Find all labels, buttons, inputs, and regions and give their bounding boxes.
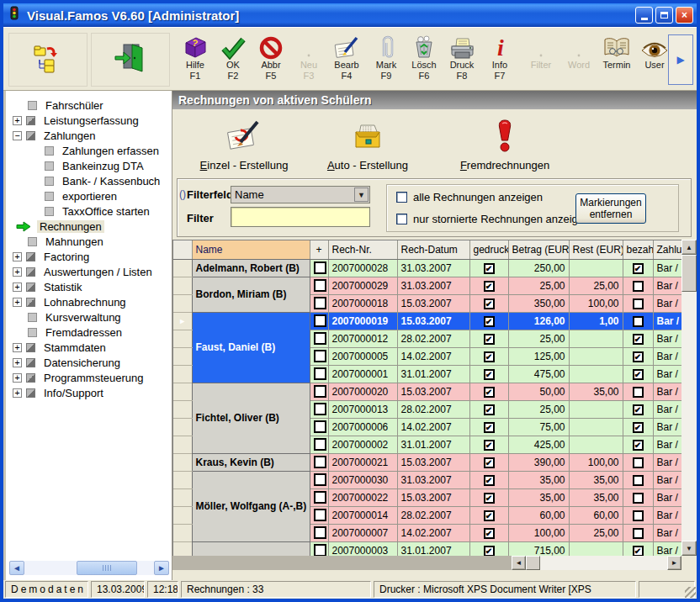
mark-checkbox[interactable] <box>314 385 326 398</box>
rest-cell[interactable] <box>569 400 623 418</box>
markierungen-entfernen-button[interactable]: Markierungen entfernen <box>575 193 646 224</box>
mark-cell[interactable] <box>310 383 328 400</box>
status-checkbox[interactable]: ✔ <box>484 440 495 451</box>
column-header-name[interactable]: Name <box>192 240 310 259</box>
invoice-number-cell[interactable]: 2007000021 <box>328 453 397 471</box>
sidebar-item-lohnabrechnung[interactable]: +Lohnabrechnung <box>6 294 172 309</box>
invoice-date-cell[interactable]: 14.02.2007 <box>397 347 469 365</box>
mark-checkbox[interactable] <box>314 438 326 451</box>
hscroll-thumb[interactable] <box>526 556 540 570</box>
payment-type-cell[interactable]: Bar / <box>653 294 681 312</box>
printed-cell[interactable]: ✔ <box>469 294 508 312</box>
status-checkbox[interactable]: ✔ <box>484 493 495 504</box>
mark-checkbox[interactable] <box>314 509 326 521</box>
status-checkbox[interactable] <box>633 528 644 539</box>
printed-cell[interactable]: ✔ <box>469 418 508 436</box>
printed-cell[interactable]: ✔ <box>469 436 508 453</box>
status-checkbox[interactable]: ✔ <box>484 528 495 539</box>
invoice-date-cell[interactable]: 15.03.2007 <box>397 453 469 471</box>
printed-cell[interactable]: ✔ <box>469 383 508 400</box>
vscroll-thumb[interactable] <box>681 255 697 292</box>
printed-cell[interactable]: ✔ <box>469 400 508 418</box>
mark-cell[interactable] <box>310 312 328 330</box>
amount-cell[interactable]: 425,00 <box>508 436 569 453</box>
mark-checkbox[interactable] <box>314 526 326 539</box>
status-checkbox[interactable] <box>633 493 644 504</box>
invoice-number-cell[interactable]: 2007000002 <box>328 436 397 453</box>
sidebar-item-leistungserfassung[interactable]: +Leistungserfassung <box>6 113 172 128</box>
payment-type-cell[interactable]: Bar / <box>653 277 681 294</box>
printed-cell[interactable]: ✔ <box>469 524 508 541</box>
table-row[interactable]: Bordon, Miriam (B)200700002931.03.2007✔2… <box>173 277 681 294</box>
rest-cell[interactable]: 1,00 <box>569 312 623 330</box>
mark-cell[interactable] <box>310 330 328 347</box>
amount-cell[interactable]: 35,00 <box>508 471 569 488</box>
payment-type-cell[interactable]: Bar / <box>653 436 681 453</box>
rest-cell[interactable]: 35,00 <box>569 383 623 400</box>
invoice-date-cell[interactable]: 15.03.2007 <box>397 294 469 312</box>
mark-checkbox[interactable] <box>314 279 326 292</box>
column-header-zahlung[interactable]: Zahlu <box>653 240 681 259</box>
sidebar-item-statistik[interactable]: +Statistik <box>6 279 172 294</box>
invoice-date-cell[interactable]: 28.02.2007 <box>397 400 469 418</box>
status-checkbox[interactable] <box>633 298 644 309</box>
expand-icon[interactable]: + <box>13 283 22 292</box>
status-checkbox[interactable]: ✔ <box>633 263 644 274</box>
amount-cell[interactable]: 25,00 <box>508 400 569 418</box>
sidebar-item-exportieren[interactable]: exportieren <box>6 188 172 203</box>
status-checkbox[interactable] <box>633 510 644 521</box>
amount-cell[interactable]: 25,00 <box>508 330 569 347</box>
table-vscrollbar[interactable]: ▲ ▼ <box>681 240 697 556</box>
mark-cell[interactable] <box>310 294 328 312</box>
expand-icon[interactable]: + <box>13 116 22 125</box>
invoice-number-cell[interactable]: 2007000029 <box>328 277 397 294</box>
printed-cell[interactable]: ✔ <box>469 347 508 365</box>
invoice-number-cell[interactable]: 2007000005 <box>328 347 397 365</box>
printed-cell[interactable]: ✔ <box>469 541 508 556</box>
paid-cell[interactable] <box>623 524 653 541</box>
student-name-cell[interactable]: Bordon, Miriam (B) <box>192 277 310 312</box>
scroll-right-icon[interactable]: ► <box>667 556 681 570</box>
rest-cell[interactable]: 35,00 <box>569 488 623 506</box>
mark-checkbox[interactable] <box>314 491 326 504</box>
mark-cell[interactable] <box>310 365 328 383</box>
rest-cell[interactable]: 100,00 <box>569 453 623 471</box>
scroll-up-icon[interactable]: ▲ <box>681 240 697 255</box>
invoice-number-cell[interactable]: 2007000007 <box>328 524 397 541</box>
status-checkbox[interactable]: ✔ <box>484 351 495 362</box>
status-checkbox[interactable] <box>633 387 644 398</box>
printed-cell[interactable]: ✔ <box>469 506 508 524</box>
mark-checkbox[interactable] <box>314 403 326 415</box>
chevron-down-icon[interactable]: ▼ <box>354 187 369 202</box>
table-hscrollbar[interactable]: ◄ ► <box>172 556 681 570</box>
invoice-number-cell[interactable]: 2007000003 <box>328 541 397 556</box>
amount-cell[interactable]: 126,00 <box>508 312 569 330</box>
rest-cell[interactable] <box>569 541 623 556</box>
sidebar-item-info-support[interactable]: +Info/Support <box>6 385 172 400</box>
invoice-date-cell[interactable]: 31.03.2007 <box>397 471 469 488</box>
expand-icon[interactable]: + <box>13 267 22 277</box>
mark-checkbox[interactable] <box>314 314 326 327</box>
rest-cell[interactable] <box>569 436 623 453</box>
invoice-number-cell[interactable]: 2007000022 <box>328 488 397 506</box>
mark-checkbox[interactable] <box>314 456 326 468</box>
paid-cell[interactable]: ✔ <box>623 347 653 365</box>
sidebar-item-zahlungen[interactable]: −Zahlungen <box>6 128 172 143</box>
mark-checkbox[interactable] <box>314 297 326 309</box>
mark-checkbox[interactable] <box>314 350 326 362</box>
invoice-number-cell[interactable]: 2007000028 <box>328 259 397 277</box>
amount-cell[interactable]: 50,00 <box>508 383 569 400</box>
action-auto-erstellung[interactable]: Auto - Erstellung <box>300 114 435 172</box>
amount-cell[interactable]: 390,00 <box>508 453 569 471</box>
invoice-number-cell[interactable]: 2007000018 <box>328 294 397 312</box>
invoice-date-cell[interactable]: 15.03.2007 <box>397 312 469 330</box>
status-checkbox[interactable]: ✔ <box>633 351 644 362</box>
scroll-left-icon[interactable]: ◄ <box>512 556 526 570</box>
rest-cell[interactable]: 35,00 <box>569 471 623 488</box>
student-name-cell[interactable]: Kraus, Kevin (B) <box>192 453 310 471</box>
scroll-left-icon[interactable]: ◄ <box>9 561 24 575</box>
mark-cell[interactable] <box>310 436 328 453</box>
action-einzel-erstellung[interactable]: Einzel - Erstellung <box>177 114 311 172</box>
sidebar-item-fremdadressen[interactable]: Fremdadressen <box>6 325 172 340</box>
exit-button[interactable] <box>91 33 170 87</box>
